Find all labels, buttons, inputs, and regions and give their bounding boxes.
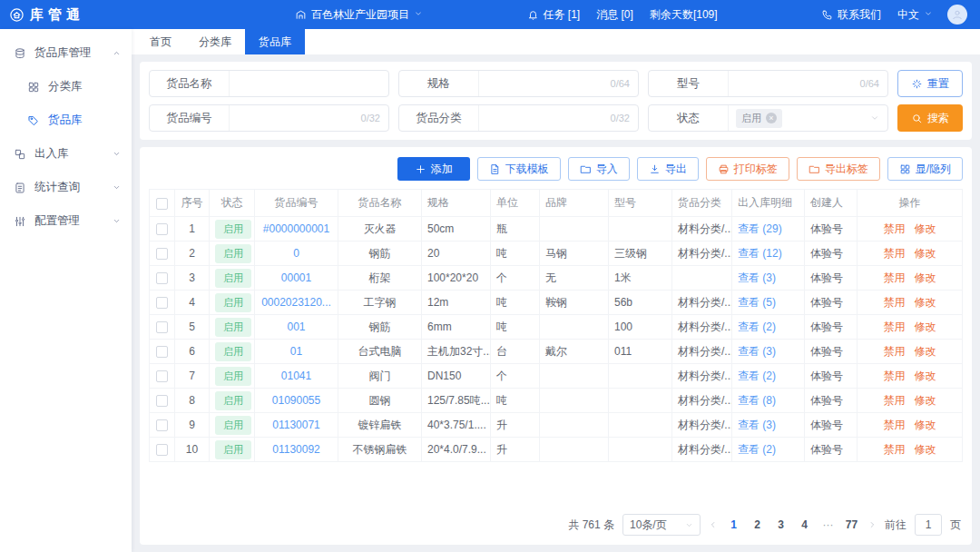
- disable-link[interactable]: 禁用: [884, 370, 906, 382]
- reset-button[interactable]: 重置: [897, 70, 963, 97]
- sidebar-item-configuration-management[interactable]: 配置管理: [0, 204, 132, 238]
- disable-link[interactable]: 禁用: [884, 296, 906, 309]
- disable-link[interactable]: 禁用: [884, 247, 906, 260]
- tab-goods-library[interactable]: 货品库: [245, 29, 305, 54]
- view-record-link[interactable]: 查看 (12): [738, 247, 782, 260]
- view-record-link[interactable]: 查看 (3): [738, 345, 776, 358]
- database-icon: [14, 47, 26, 60]
- sidebar-item-goods-library[interactable]: 货品库: [0, 104, 132, 137]
- view-record-link[interactable]: 查看 (3): [738, 271, 776, 284]
- page-number[interactable]: 2: [750, 518, 765, 531]
- table-row: 10 启用 01130092 不锈钢扁铁 20*4.0/7.9... 升 材料分…: [150, 438, 963, 462]
- select-all-checkbox[interactable]: [156, 198, 168, 210]
- edit-link[interactable]: 修改: [915, 296, 936, 309]
- edit-link[interactable]: 修改: [915, 345, 936, 358]
- export-tags-button[interactable]: 导出标签: [797, 157, 880, 181]
- goods-code-link[interactable]: 01041: [281, 370, 311, 382]
- disable-link[interactable]: 禁用: [884, 443, 906, 456]
- next-page-button[interactable]: [867, 520, 877, 529]
- row-checkbox[interactable]: [156, 272, 168, 284]
- app-title: 库管通: [30, 6, 84, 24]
- row-checkbox[interactable]: [156, 297, 168, 309]
- edit-link[interactable]: 修改: [915, 271, 936, 284]
- goods-code-link[interactable]: 0002023120...: [261, 296, 331, 309]
- edit-link[interactable]: 修改: [915, 222, 936, 235]
- goods-code-link[interactable]: 01090055: [272, 394, 320, 407]
- disable-link[interactable]: 禁用: [884, 271, 906, 284]
- tasks-label: 任务 [1]: [544, 7, 581, 23]
- edit-link[interactable]: 修改: [915, 320, 936, 333]
- page-number[interactable]: 1: [726, 518, 741, 531]
- language-selector[interactable]: 中文: [897, 7, 933, 23]
- edit-link[interactable]: 修改: [915, 443, 936, 456]
- goods-code-link[interactable]: 01130071: [272, 419, 320, 431]
- view-record-link[interactable]: 查看 (2): [738, 320, 776, 333]
- page-number[interactable]: 77: [844, 518, 859, 531]
- contact-button[interactable]: 联系我们: [821, 7, 881, 23]
- download-template-button[interactable]: 下载模板: [477, 157, 561, 181]
- edit-link[interactable]: 修改: [915, 370, 936, 382]
- sidebar-item-goods-library-management[interactable]: 货品库管理: [0, 36, 132, 70]
- page-size-select[interactable]: 10条/页: [622, 514, 701, 536]
- disable-link[interactable]: 禁用: [884, 345, 906, 358]
- row-checkbox[interactable]: [156, 346, 168, 358]
- view-count: (8): [762, 394, 776, 407]
- tab-category-library[interactable]: 分类库: [185, 29, 245, 54]
- cell-category: 材料分类/...: [672, 340, 732, 364]
- row-checkbox[interactable]: [156, 370, 168, 382]
- spec-input[interactable]: [479, 71, 611, 96]
- page-number[interactable]: 3: [773, 518, 789, 531]
- export-button[interactable]: 导出: [637, 157, 699, 181]
- user-avatar[interactable]: [947, 5, 967, 25]
- view-record-link[interactable]: 查看 (8): [738, 394, 776, 407]
- tasks-button[interactable]: 任务 [1]: [527, 7, 581, 23]
- edit-link[interactable]: 修改: [915, 419, 936, 431]
- row-checkbox[interactable]: [156, 395, 168, 407]
- goods-category-input[interactable]: [479, 105, 611, 131]
- row-checkbox[interactable]: [156, 444, 168, 456]
- view-record-link[interactable]: 查看 (2): [738, 370, 776, 382]
- goods-code-link[interactable]: #0000000001: [263, 222, 329, 235]
- import-button[interactable]: 导入: [568, 157, 630, 181]
- view-record-link[interactable]: 查看 (29): [738, 222, 782, 235]
- goto-page-input[interactable]: [915, 514, 942, 536]
- status-select[interactable]: 状态 启用: [648, 104, 888, 132]
- goods-code-link[interactable]: 00001: [281, 271, 311, 284]
- page-number[interactable]: 4: [797, 518, 812, 531]
- view-record-link[interactable]: 查看 (2): [738, 443, 776, 456]
- sidebar-item-inbound-outbound[interactable]: 出入库: [0, 137, 132, 171]
- tab-home[interactable]: 首页: [136, 29, 185, 54]
- toggle-columns-button[interactable]: 显/隐列: [887, 157, 963, 181]
- goods-code-link[interactable]: 01: [290, 345, 302, 358]
- model-input[interactable]: [729, 71, 860, 96]
- sidebar-item-category-library[interactable]: 分类库: [0, 70, 132, 104]
- goods-code-link[interactable]: 01130092: [272, 443, 320, 456]
- search-button[interactable]: 搜索: [897, 104, 963, 132]
- row-checkbox[interactable]: [156, 223, 168, 235]
- prev-page-button[interactable]: [709, 520, 718, 529]
- goods-name-input[interactable]: [230, 71, 388, 96]
- disable-link[interactable]: 禁用: [884, 394, 906, 407]
- row-checkbox[interactable]: [156, 419, 168, 431]
- row-checkbox[interactable]: [156, 248, 168, 260]
- messages-button[interactable]: 消息 [0]: [596, 7, 633, 23]
- more-pages-icon[interactable]: ···: [820, 518, 836, 531]
- edit-link[interactable]: 修改: [915, 394, 936, 407]
- goods-code-link[interactable]: 001: [287, 320, 305, 333]
- view-record-link[interactable]: 查看 (3): [738, 419, 776, 431]
- view-record-link[interactable]: 查看 (5): [738, 296, 776, 309]
- row-checkbox[interactable]: [156, 321, 168, 333]
- print-label-button[interactable]: 打印标签: [706, 157, 789, 181]
- disable-link[interactable]: 禁用: [884, 419, 906, 431]
- import-label: 导入: [596, 162, 618, 177]
- edit-link[interactable]: 修改: [915, 247, 936, 260]
- clear-tag-icon[interactable]: [766, 113, 777, 123]
- add-button[interactable]: 添加: [397, 157, 470, 181]
- project-selector[interactable]: 百色林业产业园项目: [295, 7, 423, 23]
- cell-index: 6: [175, 340, 210, 364]
- goods-code-input[interactable]: [230, 105, 361, 131]
- disable-link[interactable]: 禁用: [884, 222, 906, 235]
- goods-code-link[interactable]: 0: [293, 247, 299, 260]
- sidebar-item-statistics-query[interactable]: 统计查询: [0, 171, 132, 204]
- disable-link[interactable]: 禁用: [884, 320, 906, 333]
